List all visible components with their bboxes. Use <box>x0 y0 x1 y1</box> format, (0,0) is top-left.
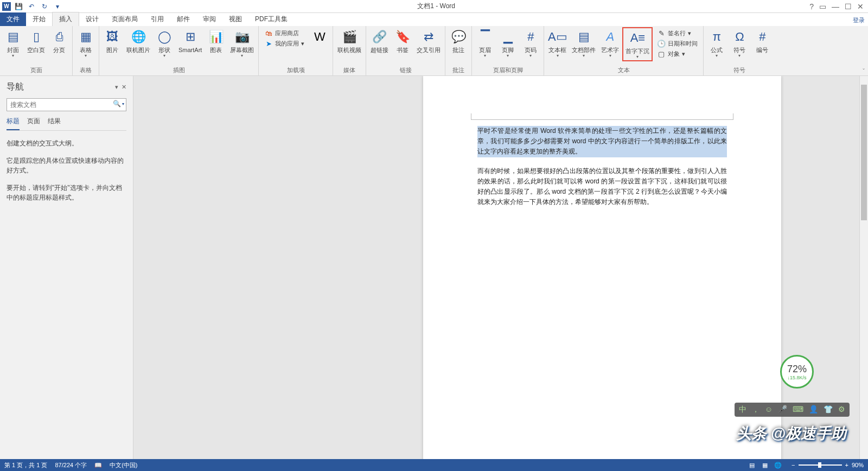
page-break-button[interactable]: ⎙分页 <box>48 27 70 54</box>
zoom-level[interactable]: 90% <box>852 462 864 468</box>
picture-button[interactable]: 🖼图片 <box>101 27 123 54</box>
search-icon[interactable]: 🔍 ▾ <box>113 100 124 107</box>
tab-layout[interactable]: 页面布局 <box>105 12 144 26</box>
wordart-button[interactable]: A艺术字▾ <box>599 27 621 59</box>
footer-button[interactable]: ▁页脚▾ <box>497 27 519 59</box>
object-button[interactable]: ▢对象 ▾ <box>655 49 700 59</box>
view-print-icon[interactable]: ▦ <box>759 460 771 470</box>
footer-icon: ▁ <box>499 28 516 46</box>
nav-close-icon[interactable]: ✕ <box>122 84 126 91</box>
ime-icon-1[interactable]: 中 <box>739 405 746 415</box>
ime-toolbar[interactable]: 中 ， ☺ 🎤 ⌨ 👤 👕 ⚙ <box>735 403 850 417</box>
document-page[interactable]: 平时不管是经常使用 Word 软件来简单的处理一些文字性的工作，还是整长篇幅的文… <box>423 76 781 459</box>
maximize-icon[interactable]: ☐ <box>845 2 852 11</box>
signature-button[interactable]: ✎签名行 ▾ <box>655 28 700 38</box>
tab-review[interactable]: 审阅 <box>196 12 222 26</box>
my-apps-button[interactable]: ➤我的应用 ▾ <box>262 39 307 48</box>
group-symbols: π公式▾ Ω符号▾ #编号 符号 <box>704 26 775 75</box>
number-button[interactable]: #编号 <box>751 27 773 54</box>
docparts-button[interactable]: ▤文档部件▾ <box>570 27 598 59</box>
paragraph-2[interactable]: 而有的时候，如果想要很好的凸出段落的位置以及其整个段落的重要性，做到引人入胜的效… <box>477 166 727 208</box>
help-icon[interactable]: ? <box>809 2 814 11</box>
zoom-slider[interactable] <box>799 464 842 466</box>
shapes-button[interactable]: ◯形状▾ <box>154 27 175 59</box>
pagenum-button[interactable]: #页码▾ <box>520 27 541 59</box>
ime-icon-6[interactable]: 👤 <box>809 405 818 415</box>
redo-icon[interactable]: ↻ <box>39 1 50 12</box>
nav-tab-results[interactable]: 结果 <box>48 117 61 130</box>
nav-dropdown-icon[interactable]: ▾ <box>115 84 118 91</box>
save-icon[interactable]: 💾 <box>13 1 24 12</box>
ime-icon-3[interactable]: ☺ <box>765 405 773 415</box>
hyperlink-button[interactable]: 🔗超链接 <box>368 27 391 54</box>
navigation-pane: 导航 ▾ ✕ 🔍 ▾ 标题 页面 结果 创建文档的交互式大纲。 它是跟踪您的具体… <box>0 76 133 459</box>
vertical-scrollbar[interactable] <box>859 76 868 459</box>
tab-view[interactable]: 视图 <box>222 12 248 26</box>
status-language[interactable]: 中文(中国) <box>110 461 137 469</box>
login-link[interactable]: 登录 <box>853 16 865 24</box>
screenshot-button[interactable]: 📷屏幕截图▾ <box>228 27 256 59</box>
online-picture-button[interactable]: 🌐联机图片 <box>124 27 152 54</box>
bookmark-button[interactable]: 🔖书签 <box>392 27 413 54</box>
minimize-icon[interactable]: — <box>832 2 839 11</box>
nav-tab-pages[interactable]: 页面 <box>27 117 40 130</box>
chart-button[interactable]: 📊图表 <box>205 27 227 54</box>
status-wordcount[interactable]: 87/224 个字 <box>55 461 87 469</box>
zoom-control: − + 90% <box>792 462 864 468</box>
qat-dropdown-icon[interactable]: ▾ <box>52 1 63 12</box>
crossref-button[interactable]: ⇄交叉引用 <box>414 27 443 54</box>
pagenum-icon: # <box>522 28 539 46</box>
view-web-icon[interactable]: 🌐 <box>772 460 784 470</box>
online-picture-icon: 🌐 <box>130 28 147 46</box>
page-break-icon: ⎙ <box>50 28 68 46</box>
tab-pdf[interactable]: PDF工具集 <box>248 12 294 26</box>
status-proofing-icon[interactable]: 📖 <box>94 462 102 469</box>
tab-insert[interactable]: 插入 <box>52 12 79 26</box>
zoom-out-icon[interactable]: − <box>792 462 795 468</box>
tab-design[interactable]: 设计 <box>79 12 105 26</box>
speed-percent: 72% <box>787 364 807 375</box>
zoom-in-icon[interactable]: + <box>845 462 848 468</box>
ime-icon-4[interactable]: 🎤 <box>778 405 787 415</box>
blank-page-button[interactable]: ▯空白页 <box>25 27 47 54</box>
ime-icon-2[interactable]: ， <box>752 405 760 415</box>
wordart-icon: A <box>602 28 619 46</box>
symbol-button[interactable]: Ω符号▾ <box>729 27 750 59</box>
tab-references[interactable]: 引用 <box>144 12 170 26</box>
symbol-icon: Ω <box>731 28 748 46</box>
ime-icon-5[interactable]: ⌨ <box>793 405 803 415</box>
collapse-ribbon-icon[interactable]: ˇ <box>863 68 865 74</box>
tab-file[interactable]: 文件 <box>0 12 26 26</box>
online-video-button[interactable]: 🎬联机视频 <box>335 27 363 54</box>
dropcap-button[interactable]: A≡首字下沉▾ <box>622 27 653 61</box>
store-icon: 🛍 <box>264 29 273 37</box>
screenshot-icon: 📷 <box>233 28 251 46</box>
nav-tab-headings[interactable]: 标题 <box>7 117 20 130</box>
group-headerfooter: ▔页眉▾ ▁页脚▾ #页码▾ 页眉和页脚 <box>472 26 544 75</box>
cover-page-button[interactable]: ▤封面▾ <box>2 27 24 59</box>
undo-icon[interactable]: ↶ <box>26 1 37 12</box>
cover-page-icon: ▤ <box>4 28 22 46</box>
ime-icon-8[interactable]: ⚙ <box>838 405 845 415</box>
textbox-button[interactable]: A▭文本框▾ <box>546 27 569 59</box>
comment-button[interactable]: 💬批注 <box>448 27 469 54</box>
wikipedia-button[interactable]: W <box>309 27 330 48</box>
equation-button[interactable]: π公式▾ <box>706 27 727 59</box>
status-page[interactable]: 第 1 页，共 1 页 <box>4 461 47 469</box>
tab-home[interactable]: 开始 <box>26 12 52 26</box>
smartart-button[interactable]: ⊞SmartArt <box>176 27 204 54</box>
scroll-thumb[interactable] <box>861 85 867 220</box>
download-speed-widget[interactable]: 72% ↓15.8K/s <box>780 355 814 389</box>
paragraph-1[interactable]: 平时不管是经常使用 Word 软件来简单的处理一些文字性的工作，还是整长篇幅的文… <box>477 126 727 157</box>
tab-mailings[interactable]: 邮件 <box>170 12 196 26</box>
store-button[interactable]: 🛍应用商店 <box>262 28 307 38</box>
view-read-icon[interactable]: ▤ <box>746 460 758 470</box>
search-input[interactable] <box>7 98 126 111</box>
crossref-icon: ⇄ <box>420 28 437 46</box>
ime-icon-7[interactable]: 👕 <box>824 405 833 415</box>
datetime-button[interactable]: 🕒日期和时间 <box>655 39 700 48</box>
header-button[interactable]: ▔页眉▾ <box>474 27 496 59</box>
table-button[interactable]: ▦表格▾ <box>75 27 97 59</box>
close-icon[interactable]: ✕ <box>857 2 864 11</box>
ribbon-display-icon[interactable]: ▭ <box>819 2 826 11</box>
